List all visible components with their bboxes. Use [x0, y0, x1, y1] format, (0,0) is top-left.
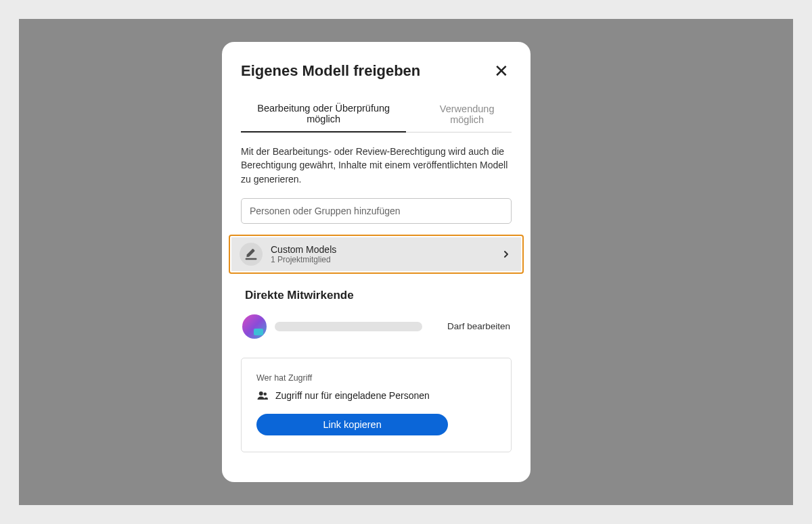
group-name: Custom Models — [271, 244, 501, 255]
access-text: Zugriff nur für eingeladene Personen — [275, 390, 430, 401]
dialog-header: Eigenes Modell freigeben ✕ — [241, 62, 512, 80]
tab-edit-review[interactable]: Bearbeitung oder Überprüfung möglich — [241, 103, 406, 133]
access-line: Zugriff nur für eingeladene Personen — [256, 389, 496, 402]
direct-contributors-heading: Direkte Mitwirkende — [245, 289, 512, 302]
add-people-input[interactable] — [241, 198, 512, 224]
invited-people-icon — [256, 389, 269, 402]
svg-point-2 — [264, 392, 267, 396]
dialog-title: Eigenes Modell freigeben — [241, 62, 420, 80]
group-row-highlight: Custom Models 1 Projektmitglied — [229, 235, 524, 274]
group-icon — [240, 243, 263, 266]
close-button[interactable]: ✕ — [491, 62, 512, 80]
participant-name-placeholder — [275, 322, 422, 331]
svg-point-1 — [259, 391, 263, 396]
avatar — [242, 314, 267, 339]
group-subtitle: 1 Projektmitglied — [271, 255, 501, 264]
close-icon: ✕ — [494, 61, 509, 81]
chevron-right-icon — [501, 249, 512, 260]
participant-row: Darf bearbeiten — [241, 314, 512, 339]
tab-use[interactable]: Verwendung möglich — [422, 103, 512, 132]
tab-bar: Bearbeitung oder Überprüfung möglich Ver… — [241, 103, 512, 133]
group-text-block: Custom Models 1 Projektmitglied — [271, 244, 501, 264]
description-text: Mit der Bearbeitungs- oder Review-Berech… — [241, 145, 512, 186]
copy-link-button[interactable]: Link kopieren — [256, 414, 448, 435]
svg-rect-0 — [246, 258, 257, 260]
access-box: Wer hat Zugriff Zugriff nur für eingelad… — [241, 358, 512, 452]
group-row[interactable]: Custom Models 1 Projektmitglied — [231, 237, 521, 271]
edit-model-icon — [244, 247, 258, 261]
permission-label: Darf bearbeiten — [447, 321, 510, 331]
access-title: Wer hat Zugriff — [256, 373, 496, 383]
share-dialog: Eigenes Modell freigeben ✕ Bearbeitung o… — [222, 42, 531, 482]
